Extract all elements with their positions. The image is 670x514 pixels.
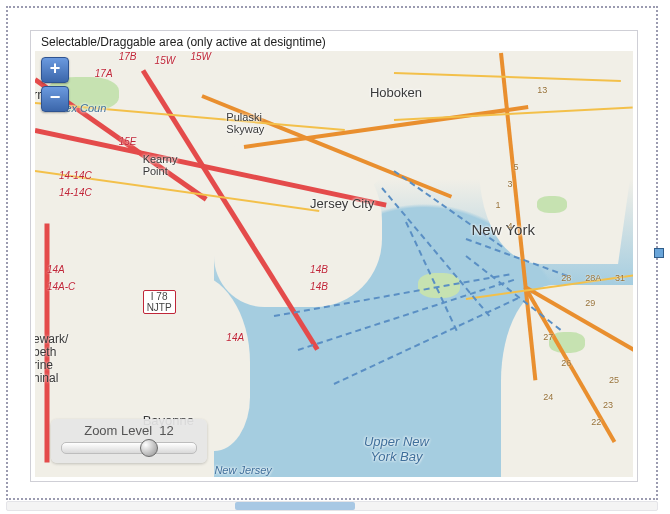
- shield-14-14C: 14-14C: [59, 170, 92, 181]
- zoom-out-button[interactable]: −: [41, 86, 69, 112]
- exit-13: 13: [537, 85, 547, 95]
- map-title: Selectable/Draggable area (only active a…: [39, 35, 328, 49]
- exit-1: 1: [495, 200, 500, 210]
- exit-23: 23: [603, 400, 613, 410]
- exit-5: 5: [513, 162, 518, 172]
- label-ewark: ewark/bethrineninal: [35, 333, 68, 385]
- exit-24: 24: [543, 392, 553, 402]
- label-upper-bay: Upper NewYork Bay: [364, 434, 429, 464]
- zoom-slider[interactable]: [61, 442, 197, 454]
- shield-14B: 14B: [310, 264, 328, 275]
- shield-15E: 15E: [119, 136, 137, 147]
- label-hoboken: Hoboken: [370, 85, 422, 100]
- zoom-level-panel: Zoom Level 12: [51, 419, 207, 463]
- map-viewport[interactable]: Hoboken Jersey City New York Bayonne Upp…: [35, 51, 633, 477]
- shield-17B: 17B: [119, 51, 137, 62]
- exit-4: 4: [507, 221, 512, 231]
- exit-29: 29: [585, 298, 595, 308]
- zoom-in-button[interactable]: +: [41, 57, 69, 83]
- exit-27: 27: [543, 332, 553, 342]
- exit-22: 22: [591, 417, 601, 427]
- map-component[interactable]: Selectable/Draggable area (only active a…: [30, 30, 638, 482]
- zoom-label: Zoom Level: [84, 423, 152, 438]
- exit-26: 26: [561, 358, 571, 368]
- zoom-value: 12: [159, 423, 173, 438]
- exit-28: 28: [561, 273, 571, 283]
- shield-17A: 17A: [95, 68, 113, 79]
- exit-28A: 28A: [585, 273, 601, 283]
- label-pulaski: PulaskiSkyway: [226, 111, 264, 135]
- shield-I78: I 78NJTP: [143, 290, 176, 314]
- shield-14A: 14A: [47, 264, 65, 275]
- shield-14B-2: 14B: [310, 281, 328, 292]
- shield-15W: 15W: [155, 55, 176, 66]
- shield-14A-mid: 14A: [226, 332, 244, 343]
- exit-25: 25: [609, 375, 619, 385]
- label-new-york: New York: [472, 221, 535, 238]
- shield-14A-C: 14A-C: [47, 281, 75, 292]
- zoom-buttons: + −: [41, 57, 69, 115]
- exit-31: 31: [615, 273, 625, 283]
- exit-3: 3: [507, 179, 512, 189]
- label-jersey-city: Jersey City: [310, 196, 374, 211]
- label-new-jersey: New Jersey: [214, 464, 271, 476]
- shield-15W-2: 15W: [190, 51, 211, 62]
- zoom-slider-thumb[interactable]: [140, 439, 158, 457]
- shield-14-14C-2: 14-14C: [59, 187, 92, 198]
- selection-handle-right[interactable]: [654, 248, 664, 258]
- design-canvas[interactable]: Selectable/Draggable area (only active a…: [6, 6, 658, 500]
- horizontal-scrollbar[interactable]: [6, 501, 658, 511]
- label-kearny: KearnyPoint: [143, 153, 178, 177]
- scrollbar-thumb[interactable]: [235, 502, 355, 510]
